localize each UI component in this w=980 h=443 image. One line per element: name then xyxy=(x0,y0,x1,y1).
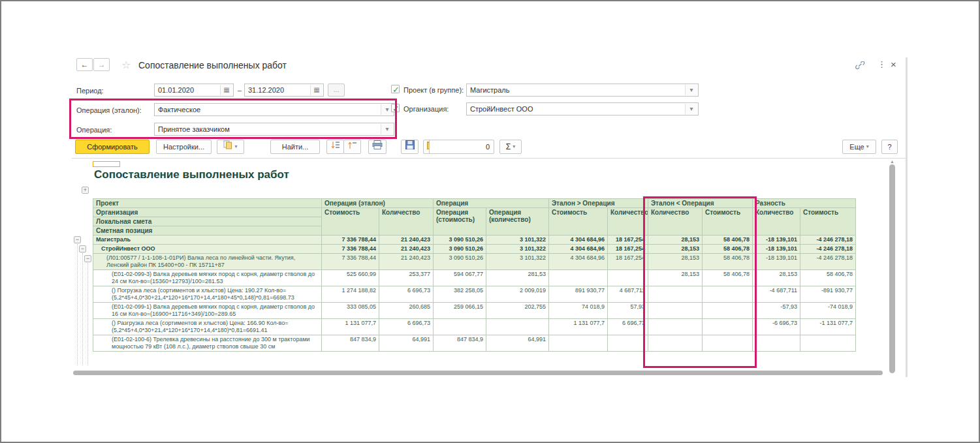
forward-button[interactable]: → xyxy=(93,58,110,71)
header-op-quantity[interactable]: Операция (количество) xyxy=(486,208,549,236)
row-value[interactable]: 382 258,05 xyxy=(434,286,486,303)
row-value[interactable]: 58 406,78 xyxy=(703,254,753,270)
row-value[interactable]: 202,755 xyxy=(486,303,549,319)
collapse-groups-button[interactable] xyxy=(343,140,361,154)
row-value[interactable]: 28,153 xyxy=(753,270,800,286)
find-button[interactable]: Найти... xyxy=(270,140,320,154)
row-value[interactable] xyxy=(703,286,753,303)
row-value[interactable]: 1 274 188,82 xyxy=(322,286,379,303)
header-diff-cost[interactable]: Стоимость xyxy=(800,208,856,236)
row-label[interactable]: (Е01-02-099-3) Валка деревьев мягких пор… xyxy=(93,270,322,286)
kebab-menu-icon[interactable]: ⋮ xyxy=(877,59,886,69)
header-estimate-position[interactable]: Сметная позиция xyxy=(93,226,322,236)
close-icon[interactable]: × xyxy=(891,59,896,70)
row-value[interactable]: 3 101,322 xyxy=(486,254,549,270)
row-value[interactable]: -1 131 077,7 xyxy=(800,319,856,335)
header-lt-quantity[interactable]: Количество xyxy=(648,208,703,236)
row-value[interactable] xyxy=(648,319,703,335)
row-value[interactable]: 3 090 510,26 xyxy=(434,254,486,270)
row-value[interactable]: 18 167,254 xyxy=(608,254,648,270)
period-more-button[interactable]: ... xyxy=(328,84,345,97)
row-value[interactable]: 2 009,019 xyxy=(486,286,549,303)
scroll-up-icon[interactable]: ▲ xyxy=(890,159,894,164)
row-value[interactable]: -4 687,711 xyxy=(753,286,800,303)
row-value[interactable] xyxy=(800,335,856,352)
row-value[interactable]: 57,93 xyxy=(608,303,648,319)
calendar-icon[interactable]: ▦ xyxy=(220,85,232,95)
row-value[interactable]: 64,991 xyxy=(486,335,549,352)
row-value[interactable]: 58 406,78 xyxy=(703,236,753,245)
expand-groups-button[interactable] xyxy=(326,140,344,154)
row-value[interactable] xyxy=(703,319,753,335)
row-value[interactable] xyxy=(703,303,753,319)
header-lt-cost[interactable]: Стоимость xyxy=(703,208,753,236)
header-group-etalon-lt[interactable]: Эталон < Операция xyxy=(648,199,753,208)
date-from-field[interactable]: 01.01.2020 ▦ xyxy=(154,84,234,97)
horizontal-scrollbar-thumb[interactable] xyxy=(73,371,883,375)
row-value[interactable]: 58 406,78 xyxy=(800,270,856,286)
row-value[interactable]: -18 139,101 xyxy=(753,245,800,254)
row-value[interactable]: 28,153 xyxy=(648,245,703,254)
project-field[interactable]: Магистраль ▾ xyxy=(466,84,699,97)
row-value[interactable] xyxy=(648,286,703,303)
row-value[interactable]: 21 240,423 xyxy=(379,245,434,254)
row-value[interactable] xyxy=(703,335,753,352)
row-value[interactable]: -4 246 278,18 xyxy=(800,245,856,254)
row-value[interactable]: 7 336 788,44 xyxy=(322,236,379,245)
header-diff-quantity[interactable]: Количество xyxy=(753,208,800,236)
row-value[interactable]: 28,153 xyxy=(648,254,703,270)
row-value[interactable] xyxy=(608,270,648,286)
row-value[interactable] xyxy=(608,335,648,352)
row-value[interactable]: 4 304 684,96 xyxy=(549,254,608,270)
more-button[interactable]: Еще ▾ xyxy=(842,140,876,154)
copy-split-button[interactable]: ▾ xyxy=(217,140,244,154)
row-group-expander-icon[interactable]: − xyxy=(74,236,81,243)
row-value[interactable]: 58 406,78 xyxy=(703,270,753,286)
row-value[interactable]: 58 406,78 xyxy=(703,245,753,254)
row-value[interactable]: 3 101,322 xyxy=(486,245,549,254)
row-value[interactable]: 21 240,423 xyxy=(379,254,434,270)
row-value[interactable]: -18 139,101 xyxy=(753,254,800,270)
row-label[interactable]: Магистраль xyxy=(93,236,322,245)
row-value[interactable]: 4 304 684,96 xyxy=(549,236,608,245)
row-value[interactable]: 847 834,9 xyxy=(322,335,379,352)
date-to-field[interactable]: 31.12.2020 ▦ xyxy=(244,84,324,97)
row-value[interactable] xyxy=(549,335,608,352)
organization-checkbox[interactable]: ✓ xyxy=(391,104,400,112)
header-gt-quantity[interactable]: Количество xyxy=(608,208,648,236)
row-value[interactable]: 260,685 xyxy=(379,303,434,319)
row-value[interactable]: 28,153 xyxy=(648,270,703,286)
row-value[interactable] xyxy=(549,270,608,286)
row-value[interactable]: 74 018,9 xyxy=(549,303,608,319)
header-group-etalon[interactable]: Операция (эталон) xyxy=(322,199,434,208)
row-value[interactable]: 7 336 788,44 xyxy=(322,254,379,270)
row-label[interactable]: () Разгрузка леса (сортиментов и хлыстов… xyxy=(93,319,322,335)
row-value[interactable] xyxy=(486,319,549,335)
help-button[interactable]: ? xyxy=(881,140,898,154)
header-group-difference[interactable]: Разность xyxy=(753,199,856,208)
link-icon[interactable] xyxy=(855,61,865,72)
row-value[interactable]: 3 090 510,26 xyxy=(434,236,486,245)
chevron-down-icon[interactable]: ▾ xyxy=(685,85,697,95)
row-value[interactable]: -4 246 278,18 xyxy=(800,254,856,270)
organization-field[interactable]: СтройИнвест ООО ▾ xyxy=(466,102,699,115)
row-label[interactable]: (Л01:00577 / 1-1-108-1-01РИ) Валка леса … xyxy=(93,254,322,270)
row-value[interactable]: 6 696,73 xyxy=(608,319,648,335)
operation-field[interactable]: Принятое заказчиком ▾ xyxy=(154,123,394,136)
row-value[interactable]: 64,991 xyxy=(379,335,434,352)
row-value[interactable]: 333 085,05 xyxy=(322,303,379,319)
row-value[interactable]: 847 834,9 xyxy=(434,335,486,352)
row-value[interactable]: -57,93 xyxy=(753,303,800,319)
settings-button[interactable]: Настройки... xyxy=(156,140,212,154)
row-value[interactable]: 891 930,77 xyxy=(549,286,608,303)
row-value[interactable]: 28,153 xyxy=(648,236,703,245)
chevron-down-icon[interactable]: ▾ xyxy=(381,124,393,134)
sum-field[interactable] xyxy=(429,140,494,154)
row-value[interactable]: -18 139,101 xyxy=(753,236,800,245)
row-value[interactable] xyxy=(434,319,486,335)
row-label[interactable]: СтройИнвест ООО xyxy=(93,245,322,254)
row-label[interactable]: () Погрузка леса (сортиментов и хлыстов)… xyxy=(93,286,322,303)
favorite-star-icon[interactable]: ☆ xyxy=(121,59,131,71)
vertical-scrollbar[interactable]: ▲ xyxy=(888,160,896,376)
calendar-icon[interactable]: ▦ xyxy=(310,85,323,95)
